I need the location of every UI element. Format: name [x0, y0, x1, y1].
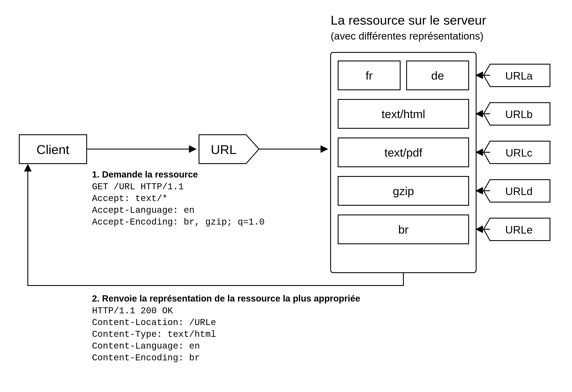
url-node: URL [199, 135, 259, 164]
url-tag-c: URLc [476, 141, 550, 164]
resource-enc-br-label: br [398, 223, 409, 236]
response-line-2: Content-Type: text/html [92, 329, 216, 340]
url-tag-d-label: URLd [505, 185, 533, 197]
url-tag-e: URLe [476, 218, 550, 241]
url-tag-a-label: URLa [505, 70, 533, 82]
resource-enc-br: br [338, 215, 469, 244]
response-heading: 2. Renvoie la représentation de la resso… [92, 293, 360, 303]
server-container [331, 52, 476, 273]
resource-type-html: text/html [338, 99, 469, 128]
client-label: Client [36, 142, 69, 157]
response-block: 2. Renvoie la représentation de la resso… [92, 293, 360, 363]
response-line-3: Content-Language: en [92, 341, 200, 351]
url-tag-b: URLb [476, 103, 550, 125]
url-tag-d: URLd [476, 180, 550, 202]
resource-lang-fr-label: fr [366, 69, 373, 82]
resource-lang-fr: fr [338, 61, 400, 90]
request-line-1: Accept: text/* [92, 194, 168, 204]
client-box: Client [19, 135, 87, 164]
response-line-4: Content-Encoding: br [92, 353, 200, 363]
url-node-label: URL [211, 142, 237, 157]
request-line-3: Accept-Encoding: br, gzip; q=1.0 [92, 217, 265, 227]
resource-type-pdf-label: text/pdf [384, 146, 422, 159]
resource-type-pdf: text/pdf [338, 138, 469, 167]
request-line-2: Accept-Language: en [92, 205, 194, 216]
resource-type-html-label: text/html [381, 107, 425, 121]
request-line-0: GET /URL HTTP/1.1 [92, 182, 184, 192]
resource-enc-gzip-label: gzip [393, 184, 414, 197]
resource-lang-de-label: de [431, 69, 444, 82]
server-title: La ressource sur le serveur [331, 13, 486, 27]
request-block: 1. Demande la ressource GET /URL HTTP/1.… [92, 169, 265, 227]
request-heading: 1. Demande la ressource [92, 169, 198, 180]
url-tag-c-label: URLc [506, 147, 532, 159]
response-line-1: Content-Location: /URLe [92, 317, 216, 328]
server-subtitle: (avec différentes représentations) [331, 30, 483, 42]
url-tag-a: URLa [476, 64, 550, 87]
resource-enc-gzip: gzip [338, 176, 469, 205]
url-tag-b-label: URLb [505, 108, 533, 121]
response-line-0: HTTP/1.1 200 OK [92, 306, 173, 316]
url-tag-e-label: URLe [505, 224, 533, 236]
resource-lang-de: de [407, 61, 469, 90]
